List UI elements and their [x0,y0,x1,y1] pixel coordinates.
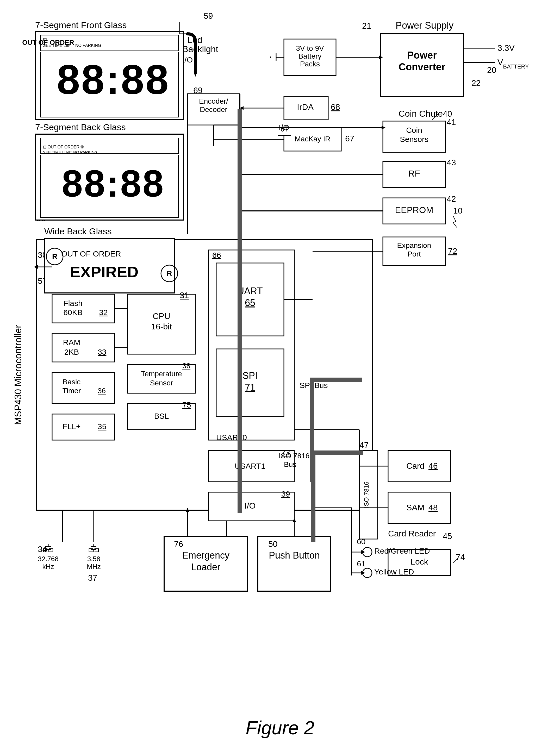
coin-sensors-label1: Coin [406,126,422,134]
ref-10: 10 [453,206,463,215]
r-right: R [167,269,172,277]
card-label: Card [406,461,424,470]
circuit-diagram: Power Supply Power Converter 21 20 22 3.… [0,0,560,751]
io-backlight: I/O [182,56,193,64]
ref-40: 40 [443,109,452,119]
oor-back-text: ⊡ OUT OF ORDER ® [43,145,84,149]
flash-label2: 60KB [63,308,82,317]
red-green-led-label: Red/Green LED [374,547,430,555]
ref-76: 76 [174,539,183,549]
ref-60: 60 [357,537,365,546]
ref-20: 20 [487,65,497,75]
battery-label2: Battery [299,52,322,60]
ref-32: 32 [99,308,107,317]
spi-bus-horizontal [310,378,362,382]
expansion-port-label1: Expansion [397,241,431,249]
ref-65: 65 [245,297,255,308]
ref-48: 48 [428,503,438,512]
ref-75: 75 [182,401,191,409]
ref-61: 61 [357,559,365,568]
expired-text: EXPIRED [70,263,138,281]
iso7816-bus-v [311,450,315,542]
oor-sub1: SEE TIME LIMIT NO PARKING [43,43,101,48]
voltage-33: 3.3V [498,43,515,53]
yellow-led-label: Yellow LED [374,567,414,576]
ref-74: 74 [456,552,465,562]
rf-label: RF [408,168,420,178]
temp-sensor-label1: Temperature [141,370,182,378]
coin-chute-label: Coin Chute [399,108,443,119]
coin-sensors-label2: Sensors [400,135,428,143]
mackay-ir-label: MacKay IR [295,135,331,143]
ref-69: 69 [193,86,203,95]
expansion-port-label2: Port [407,250,421,258]
ref-21: 21 [362,21,372,31]
power-converter-label2: Converter [399,61,445,73]
power-converter-label: Power [407,50,437,61]
io-label-box: I/O [245,501,256,510]
usart0-label: USART0 [216,433,247,442]
push-button-label1: Push Button [269,550,320,561]
irda-label: IrDA [297,102,314,112]
diagram-container: Power Supply Power Converter 21 20 22 3.… [0,0,560,751]
back-digits: 88:88 [62,162,165,205]
r-left: R [52,252,57,260]
led-backlight-label2: Backlight [182,44,219,54]
front-digits: 88:88 [57,56,170,103]
ref-mackay: 67 [345,134,355,143]
flash-label1: Flash [63,299,82,307]
ref-22: 22 [472,78,481,88]
ref-72: 72 [448,246,457,256]
ref-31: 31 [180,291,189,300]
temp-sensor-label2: Sensor [150,379,173,387]
sam-label: SAM [406,503,424,512]
ref-50: 50 [268,539,278,549]
battery-label1: 3V to 9V [296,44,324,52]
decoder-label: Decoder [200,105,227,114]
fll-label: FLL+ [62,422,80,431]
iso7816-bus-label2: Bus [284,460,296,468]
crystal2-unit: MHz [87,563,101,571]
card-reader-label: Card Reader [388,529,436,538]
crystal2-freq: 3.58 [87,555,101,563]
ref-71: 71 [245,382,255,393]
ref-45: 45 [443,531,452,541]
ref-42: 42 [447,194,456,204]
figure-title: Figure 2 [246,717,314,738]
seven-seg-front-label: 7-Segment Front Glass [35,20,126,30]
power-supply-label: Power Supply [396,20,454,31]
cpu-label2: 16-bit [151,322,172,331]
crystal1-unit: kHz [42,563,54,571]
ref-47: 47 [359,440,369,450]
emergency-loader-label1: Emergency [182,550,229,561]
bsl-label: BSL [154,412,169,420]
v24v28-bus-line [238,109,242,513]
ref-35: 35 [98,422,106,431]
ref-46: 46 [428,461,438,470]
ref-41: 41 [447,118,456,127]
cpu-label1: CPU [153,311,171,321]
ref-68: 68 [331,102,340,112]
crystal1-freq: 32.768 [38,555,59,563]
basic-timer-label2: Timer [62,387,81,395]
msp430-label: MSP430 Microcontroller [13,325,23,425]
ram-label1: RAM [63,338,80,347]
oor-back-sub: SEE TIME LIMIT NO PARKING [43,150,97,155]
eeprom-label: EEPROM [395,205,433,215]
wide-oor-text: OUT OF ORDER [61,249,121,258]
iso7816-label: ISO 7816 [363,482,370,508]
ref-37: 37 [88,573,97,583]
basic-timer-label1: Basic [63,378,80,386]
ref-38: 38 [182,362,191,370]
ref-43: 43 [447,158,456,167]
spi-label: SPI [242,370,258,381]
ref-39: 39 [281,490,290,498]
wide-back-glass-label: Wide Back Glass [44,226,112,236]
encoder-label: Encoder/ [199,97,228,105]
seven-seg-back-label: 7-Segment Back Glass [35,122,126,132]
ref-33: 33 [98,348,106,356]
iso7816-bus-h [311,450,363,455]
lock-label: Lock [411,557,428,566]
ref-36: 36 [98,387,106,395]
battery-label3: Packs [300,60,320,68]
